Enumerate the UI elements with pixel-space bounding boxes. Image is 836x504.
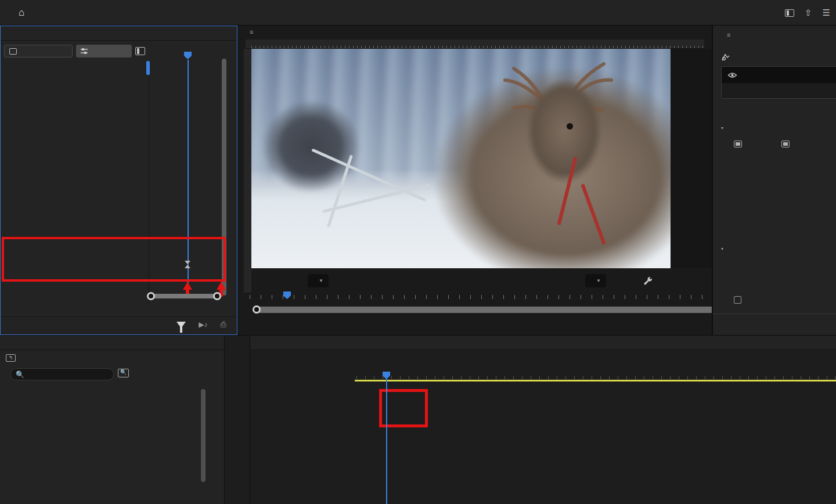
timeline-tabbar (250, 336, 836, 350)
project-tabbar (0, 336, 224, 350)
timeline-panel (250, 336, 836, 504)
parent-folder-icon[interactable]: ↰ (6, 354, 16, 362)
program-transport-bar (238, 316, 712, 334)
workspace-icon[interactable] (785, 9, 794, 17)
opacity-annotation-box (2, 237, 226, 282)
divider (713, 314, 836, 314)
program-letterbox (671, 49, 712, 268)
responsive-section-header[interactable]: ▾ (721, 246, 728, 251)
bin-breadcrumb[interactable]: ↰ (6, 354, 20, 362)
playback-quality-select[interactable]: ▼ (585, 274, 606, 287)
slider-icon (81, 48, 88, 54)
clip-duration-bar (146, 61, 150, 75)
work-area-bar (355, 380, 836, 381)
search-icon: 🔍 (16, 370, 24, 379)
program-mini-ruler[interactable] (250, 293, 702, 301)
fit-button[interactable] (781, 141, 793, 147)
timeline-ruler[interactable] (355, 366, 836, 380)
graphic-clip-icon (721, 53, 730, 62)
program-vertical-ruler (244, 49, 251, 293)
program-monitor-panel: ≡ (238, 26, 712, 335)
annotation-arrowhead-100 (183, 282, 192, 290)
properties-header: ≡ (721, 31, 730, 38)
premiere-pro-app: ⌂ ⇧ ☰ (0, 0, 836, 504)
clip-selector-row (4, 44, 147, 59)
tools-column (224, 336, 250, 504)
app-header: ⌂ ⇧ ☰ (0, 0, 836, 26)
project-panel: ↰ 🔍 🔍 (0, 336, 224, 504)
filter-icon[interactable] (176, 322, 186, 328)
share-icon[interactable]: ⇧ (805, 8, 812, 18)
panel-menu-icon[interactable]: ≡ (250, 28, 253, 35)
program-horizontal-ruler (246, 39, 704, 49)
transform-section-header[interactable]: ▾ (721, 125, 728, 131)
graphic-icon (9, 48, 17, 55)
layer-list (721, 66, 836, 99)
play-audio-icon[interactable]: ▶♪ (199, 321, 207, 329)
program-header: ≡ (244, 28, 253, 35)
menu-icon[interactable]: ☰ (823, 8, 830, 18)
zoom-handle-left[interactable] (147, 292, 155, 300)
effect-controls-tabbar (1, 26, 237, 41)
fit-icon (781, 141, 790, 147)
source-graphic-button[interactable] (4, 45, 73, 57)
fill-icon (734, 141, 742, 147)
header-actions: ⇧ ☰ (774, 0, 830, 26)
program-video-frame[interactable] (251, 49, 671, 268)
search-input[interactable]: 🔍 (10, 368, 114, 380)
zoom-handle-right[interactable] (213, 292, 221, 300)
visibility-eye-icon[interactable] (727, 72, 737, 78)
horse-silhouette (262, 100, 361, 193)
reindeer-head (527, 79, 602, 183)
home-icon[interactable]: ⌂ (19, 7, 24, 19)
properties-panel: ≡ ▾ ▾ (712, 26, 836, 335)
roll-checkbox[interactable] (734, 296, 741, 304)
scroll-handle-left[interactable] (253, 305, 261, 314)
project-scrollbar[interactable] (201, 389, 206, 482)
selected-clip-row (721, 53, 735, 62)
text-layer-row[interactable] (722, 67, 836, 83)
timeline-playhead-line (386, 375, 387, 504)
export-icon[interactable]: ⎙ (221, 320, 226, 329)
effect-controls-panel: ▶♪ ⎙ (0, 26, 237, 335)
split-view-icon[interactable] (135, 47, 145, 55)
panel-menu-icon[interactable]: ≡ (727, 31, 730, 38)
effect-zoom-scrollbar[interactable] (149, 294, 219, 298)
sequence-button[interactable] (76, 45, 132, 57)
search-bin-icon[interactable]: 🔍 (118, 369, 129, 377)
annotation-arrowhead-0 (217, 282, 226, 290)
roll-checkbox-row[interactable] (734, 296, 745, 304)
effect-footer-icons: ▶♪ ⎙ (176, 320, 226, 329)
zoom-level-select[interactable]: ▼ (308, 274, 329, 287)
reindeer-eye (567, 123, 573, 129)
fill-button[interactable] (734, 141, 745, 147)
settings-wrench-icon[interactable] (643, 276, 653, 286)
empty-layer-row[interactable] (722, 83, 836, 99)
